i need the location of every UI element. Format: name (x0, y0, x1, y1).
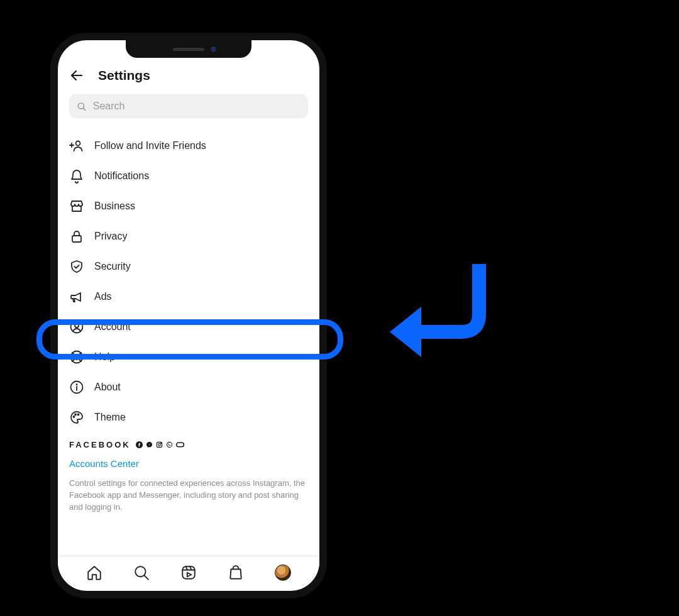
svg-point-17 (76, 384, 77, 385)
menu-item-label: Ads (94, 291, 112, 302)
search-input[interactable] (93, 101, 301, 112)
person-add-icon (69, 138, 84, 153)
menu-item-theme[interactable]: Theme (69, 402, 308, 432)
menu-item-help[interactable]: Help (69, 342, 308, 372)
svg-point-23 (158, 444, 160, 446)
nav-reels[interactable] (180, 564, 197, 581)
messenger-icon (146, 441, 153, 448)
app-screen: Settings (58, 40, 319, 591)
menu-item-security[interactable]: Security (69, 251, 308, 282)
nav-profile-avatar[interactable] (275, 564, 291, 581)
oculus-icon (176, 441, 184, 448)
phone-volume-down (50, 220, 52, 254)
accounts-center-description: Control settings for connected experienc… (58, 473, 319, 521)
bell-icon (69, 168, 84, 184)
arrow-left-icon (69, 68, 84, 83)
app-header: Settings (58, 62, 319, 92)
menu-item-label: Theme (94, 412, 126, 423)
page-title: Settings (98, 68, 150, 83)
brand-name: FACEBOOK (69, 440, 131, 449)
reels-icon (180, 564, 197, 581)
menu-item-label: Follow and Invite Friends (94, 140, 206, 151)
brand-logo-cluster (136, 441, 184, 448)
bottom-nav (58, 556, 319, 590)
nav-home[interactable] (86, 564, 102, 581)
menu-item-label: Business (94, 201, 135, 212)
info-icon (69, 380, 84, 395)
megaphone-icon (69, 289, 84, 304)
storefront-icon (69, 199, 84, 214)
menu-item-follow-invite[interactable]: Follow and Invite Friends (69, 131, 308, 161)
svg-line-14 (79, 353, 81, 355)
nav-search[interactable] (133, 564, 150, 581)
svg-line-28 (144, 575, 148, 579)
svg-point-8 (75, 324, 79, 327)
phone-volume-up (50, 179, 52, 212)
menu-item-about[interactable]: About (69, 372, 308, 402)
menu-item-label: Privacy (94, 231, 127, 242)
phone-notch (126, 40, 251, 58)
search-icon (77, 101, 87, 112)
menu-item-label: Security (94, 261, 131, 272)
whatsapp-icon (166, 441, 173, 448)
svg-line-2 (84, 108, 86, 110)
menu-item-account[interactable]: Account (69, 312, 308, 342)
lock-icon (69, 229, 84, 244)
menu-item-label: Notifications (94, 170, 149, 182)
lifebuoy-icon (69, 349, 84, 365)
facebook-icon (136, 441, 143, 448)
home-icon (86, 564, 102, 581)
svg-line-13 (72, 359, 75, 361)
svg-line-12 (79, 359, 81, 361)
settings-menu: Follow and Invite Friends Notifications (58, 127, 319, 432)
annotation-arrow (385, 258, 498, 371)
back-button[interactable] (69, 68, 84, 83)
menu-item-label: Account (94, 321, 131, 333)
phone-power-button (326, 204, 327, 261)
person-circle-icon (69, 319, 84, 334)
phone-frame: Settings (50, 33, 327, 598)
svg-line-11 (72, 353, 75, 355)
palette-icon (69, 410, 84, 425)
search-icon (133, 564, 150, 581)
svg-point-3 (76, 141, 80, 146)
svg-point-19 (75, 414, 76, 415)
svg-rect-6 (72, 236, 81, 242)
shield-check-icon (69, 259, 84, 274)
svg-point-25 (167, 442, 172, 447)
phone-mute-switch (50, 147, 52, 166)
search-field[interactable] (69, 94, 308, 118)
menu-item-ads[interactable]: Ads (69, 282, 308, 312)
nav-shop[interactable] (228, 564, 244, 581)
svg-point-7 (71, 321, 83, 333)
shop-icon (228, 564, 244, 581)
menu-item-label: About (94, 382, 121, 393)
svg-point-20 (78, 414, 79, 415)
svg-point-18 (74, 416, 75, 417)
svg-rect-26 (176, 443, 184, 447)
brand-row: FACEBOOK (58, 432, 319, 452)
accounts-center-link[interactable]: Accounts Center (58, 452, 319, 473)
search-container (58, 92, 319, 127)
svg-marker-34 (390, 307, 421, 357)
menu-item-privacy[interactable]: Privacy (69, 221, 308, 251)
menu-item-notifications[interactable]: Notifications (69, 161, 308, 191)
svg-marker-33 (187, 573, 192, 577)
menu-item-business[interactable]: Business (69, 191, 308, 221)
menu-item-label: Help (94, 351, 115, 363)
instagram-icon (156, 441, 163, 448)
svg-point-24 (160, 443, 161, 444)
